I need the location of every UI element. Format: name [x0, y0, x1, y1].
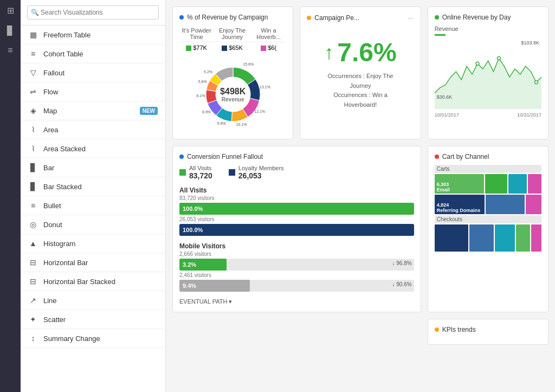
svg-text:5.2%: 5.2%	[204, 70, 212, 74]
svg-text:8.9%: 8.9%	[202, 110, 211, 114]
svg-text:5.8%: 5.8%	[198, 80, 206, 83]
viz-icon: ▦	[28, 30, 38, 39]
visualization-panel: 🔍 ▦ Freeform Table ≡ Cohort Table ▽ Fall…	[21, 0, 166, 392]
treemap-cell-email: 6,303 Email	[435, 174, 484, 194]
viz-icon: ↗	[28, 296, 38, 305]
title-dot	[179, 155, 184, 159]
viz-label: Horizontal Bar	[43, 259, 158, 267]
title-dot	[307, 16, 311, 20]
viz-item-area-stacked[interactable]: ⌇ Area Stacked	[21, 139, 165, 158]
treemap-cell-11	[516, 224, 530, 252]
carts-label: Carts	[435, 165, 541, 173]
all-visits-legend: All Visits 83,720	[179, 165, 212, 180]
title-dot	[435, 155, 439, 159]
viz-item-scatter[interactable]: ✦ Scatter	[21, 310, 165, 329]
viz-item-fallout[interactable]: ▽ Fallout	[21, 63, 165, 82]
viz-icon: ◈	[28, 106, 38, 115]
online-revenue-title: Online Revenue by Day	[435, 14, 541, 21]
treemap-row-1: 6,303 Email	[435, 174, 541, 194]
viz-label: Histogram	[43, 240, 158, 248]
bar-chart-icon[interactable]: ▊	[7, 25, 14, 36]
swatch-pink	[261, 46, 266, 51]
treemap-cell-9	[469, 224, 493, 252]
left-icon-bar: ⊞ ▊ ≡	[0, 0, 21, 392]
viz-icon: ◎	[28, 220, 38, 229]
swatch-blue-dark	[222, 46, 227, 51]
new-badge: NEW	[140, 107, 158, 115]
viz-label: Bullet	[43, 202, 158, 210]
funnel-title: Conversion Funnel Fallout	[179, 153, 414, 160]
viz-label: Area Stacked	[43, 145, 158, 153]
line-chart: $103.8K $30.6K 10/01/2017 10/31/2017	[435, 39, 541, 110]
viz-item-bar[interactable]: ▊ Bar	[21, 158, 165, 177]
viz-label: Flow	[43, 88, 158, 96]
treemap-row-3	[435, 224, 541, 252]
viz-item-summary-change[interactable]: ↕ Summary Change	[21, 329, 165, 348]
line-legend	[435, 34, 541, 36]
viz-label: Summary Change	[43, 335, 158, 343]
viz-icon: ▊	[28, 182, 38, 191]
viz-item-donut[interactable]: ◎ Donut	[21, 215, 165, 234]
viz-icon: ⊟	[28, 258, 38, 267]
low-value-label: $30.6K	[437, 94, 453, 100]
viz-item-horizontal-bar[interactable]: ⊟ Horizontal Bar	[21, 253, 165, 272]
donut-label: Revenue	[220, 97, 246, 102]
search-input[interactable]	[27, 5, 159, 20]
date-end: 10/31/2017	[517, 112, 541, 118]
svg-text:9.9%: 9.9%	[217, 121, 225, 125]
campaign-pe-title: Campaign Pe... ···	[307, 14, 414, 22]
viz-item-map[interactable]: ◈ Map NEW	[21, 101, 165, 120]
treemap-cell-referring: 4,824 Referring Domains	[435, 195, 485, 214]
viz-item-flow[interactable]: ⇌ Flow	[21, 82, 165, 101]
treemap: Carts 6,303 Email 4,824 Referring Domain…	[435, 165, 541, 252]
bar-extra-2: ↓ 90.6%	[392, 281, 412, 287]
viz-item-horizontal-bar-stacked[interactable]: ⊟ Horizontal Bar Stacked	[21, 272, 165, 291]
checkouts-label: Checkouts	[435, 215, 541, 223]
viz-icon: ▊	[28, 163, 38, 172]
funnel-row-all-visits: All Visits 83,720 visitors 100.0% 26,053…	[179, 187, 414, 236]
all-visits-swatch	[179, 169, 186, 176]
treemap-cell-7	[526, 195, 541, 214]
viz-item-area[interactable]: ⌇ Area	[21, 120, 165, 139]
viz-icon: ⌇	[28, 144, 38, 153]
viz-icon: ⇌	[28, 87, 38, 96]
grid-icon[interactable]: ⊞	[7, 5, 14, 16]
svg-text:12.1%: 12.1%	[254, 110, 265, 113]
title-dot	[435, 15, 439, 20]
kpi-card: KPIs trends	[428, 319, 548, 345]
svg-text:8.1%: 8.1%	[196, 94, 205, 98]
viz-item-bar-stacked[interactable]: ▊ Bar Stacked	[21, 177, 165, 196]
svg-text:15.6%: 15.6%	[243, 62, 254, 66]
viz-icon: ≡	[28, 201, 38, 210]
donut-center: $498K Revenue	[220, 87, 246, 102]
viz-label: Cohort Table	[43, 50, 158, 58]
viz-icon: ⌇	[28, 125, 38, 134]
viz-item-freeform-table[interactable]: ▦ Freeform Table	[21, 25, 165, 44]
viz-item-line[interactable]: ↗ Line	[21, 291, 165, 310]
campaign-pe-card: Campaign Pe... ··· ↑ 7.6% Occurrences : …	[300, 7, 421, 139]
list-icon[interactable]: ≡	[8, 46, 12, 55]
title-dot	[179, 15, 184, 20]
funnel-card: Conversion Funnel Fallout All Visits 83,…	[172, 146, 421, 312]
loyalty-legend: Loyalty Members 26,053	[229, 165, 284, 180]
treemap-row-2: 4,824 Referring Domains	[435, 195, 541, 214]
svg-point-10	[497, 56, 500, 60]
viz-item-histogram[interactable]: ▲ Histogram	[21, 234, 165, 253]
high-value-label: $103.8K	[521, 40, 539, 46]
viz-label: Line	[43, 297, 158, 305]
funnel-footer[interactable]: EVENTUAL PATH ▾	[179, 298, 414, 305]
viz-label: Map	[43, 107, 134, 115]
viz-list: ▦ Freeform Table ≡ Cohort Table ▽ Fallou…	[21, 25, 165, 392]
revenue-campaign-title: % of Revenue by Campaign	[179, 14, 286, 21]
viz-item-cohort-table[interactable]: ≡ Cohort Table	[21, 44, 165, 63]
svg-text:13.1%: 13.1%	[260, 85, 270, 89]
cart-card: Cart by Channel Carts 6,303 Email 4,824 …	[428, 146, 548, 312]
viz-item-bullet[interactable]: ≡ Bullet	[21, 196, 165, 215]
funnel-bar-wrap-4: 9.4% ↓ 90.6%	[179, 280, 414, 292]
donut-value: $498K	[220, 87, 246, 97]
title-dot	[435, 327, 439, 332]
funnel-bar-gray-2: 9.4%	[179, 280, 250, 292]
treemap-cell-12	[531, 224, 541, 252]
more-icon[interactable]: ···	[408, 14, 414, 22]
online-revenue-card: Online Revenue by Day Revenue $103.8K $3…	[428, 7, 548, 139]
